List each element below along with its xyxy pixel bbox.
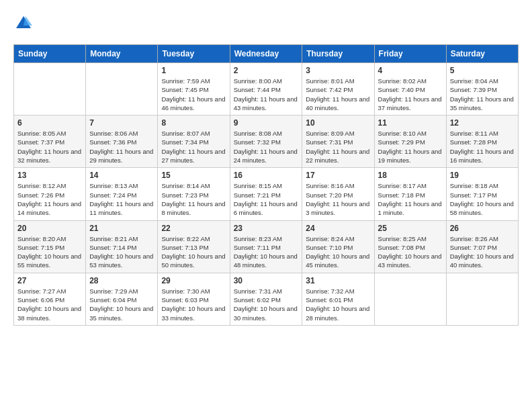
calendar-cell: 30Sunrise: 7:31 AM Sunset: 6:02 PM Dayli… [230,273,302,325]
day-number: 31 [306,276,370,285]
calendar-header-thursday: Thursday [302,45,374,63]
logo [13,13,36,34]
day-number: 30 [234,276,299,285]
calendar-cell: 22Sunrise: 8:22 AM Sunset: 7:13 PM Dayli… [158,220,230,273]
calendar-cell: 8Sunrise: 8:07 AM Sunset: 7:34 PM Daylig… [158,116,230,168]
calendar-cell: 7Sunrise: 8:06 AM Sunset: 7:36 PM Daylig… [86,116,158,168]
calendar-cell: 19Sunrise: 8:18 AM Sunset: 7:17 PM Dayli… [446,168,518,220]
calendar-cell: 10Sunrise: 8:09 AM Sunset: 7:31 PM Dayli… [302,116,374,168]
day-info: Sunrise: 7:32 AM Sunset: 6:01 PM Dayligh… [306,287,370,322]
day-info: Sunrise: 8:17 AM Sunset: 7:18 PM Dayligh… [378,181,443,217]
calendar-table: SundayMondayTuesdayWednesdayThursdayFrid… [13,44,519,326]
day-number: 25 [378,224,443,233]
day-number: 17 [306,171,370,180]
calendar-week-3: 13Sunrise: 8:12 AM Sunset: 7:26 PM Dayli… [14,168,519,220]
day-number: 16 [234,171,299,180]
day-number: 1 [161,66,226,75]
day-info: Sunrise: 8:24 AM Sunset: 7:10 PM Dayligh… [306,234,370,270]
calendar-cell: 13Sunrise: 8:12 AM Sunset: 7:26 PM Dayli… [14,168,86,220]
svg-marker-1 [24,16,32,26]
day-number: 2 [234,66,299,75]
day-info: Sunrise: 7:59 AM Sunset: 7:45 PM Dayligh… [161,77,226,112]
day-number: 10 [306,118,370,128]
day-info: Sunrise: 8:04 AM Sunset: 7:39 PM Dayligh… [450,77,515,112]
day-number: 18 [378,171,443,180]
calendar-cell: 17Sunrise: 8:16 AM Sunset: 7:20 PM Dayli… [302,168,374,220]
calendar-week-5: 27Sunrise: 7:27 AM Sunset: 6:06 PM Dayli… [14,273,519,325]
day-number: 8 [161,118,226,128]
day-number: 13 [17,171,82,180]
calendar-cell: 20Sunrise: 8:20 AM Sunset: 7:15 PM Dayli… [14,220,86,273]
calendar-cell: 25Sunrise: 8:25 AM Sunset: 7:08 PM Dayli… [374,220,446,273]
calendar-cell [14,63,86,116]
day-number: 21 [89,224,154,233]
calendar-cell: 18Sunrise: 8:17 AM Sunset: 7:18 PM Dayli… [374,168,446,220]
day-number: 29 [161,276,226,285]
day-number: 9 [234,118,299,128]
day-number: 20 [17,224,82,233]
day-number: 3 [306,66,370,75]
calendar-cell: 9Sunrise: 8:08 AM Sunset: 7:32 PM Daylig… [230,116,302,168]
calendar-cell: 4Sunrise: 8:02 AM Sunset: 7:40 PM Daylig… [374,63,446,116]
day-info: Sunrise: 8:13 AM Sunset: 7:24 PM Dayligh… [89,181,154,217]
day-info: Sunrise: 8:14 AM Sunset: 7:23 PM Dayligh… [161,181,226,217]
day-info: Sunrise: 8:15 AM Sunset: 7:21 PM Dayligh… [234,181,299,217]
calendar-cell: 1Sunrise: 7:59 AM Sunset: 7:45 PM Daylig… [158,63,230,116]
day-number: 15 [161,171,226,180]
calendar-week-1: 1Sunrise: 7:59 AM Sunset: 7:45 PM Daylig… [14,63,519,116]
day-number: 27 [17,276,82,285]
day-info: Sunrise: 8:12 AM Sunset: 7:26 PM Dayligh… [17,181,82,217]
day-info: Sunrise: 8:23 AM Sunset: 7:11 PM Dayligh… [234,234,299,270]
calendar-cell [446,273,518,325]
day-number: 24 [306,224,370,233]
page-header [13,13,519,34]
day-info: Sunrise: 8:21 AM Sunset: 7:14 PM Dayligh… [89,234,154,270]
day-info: Sunrise: 7:31 AM Sunset: 6:02 PM Dayligh… [234,287,299,322]
day-number: 11 [378,118,443,128]
day-number: 12 [450,118,515,128]
calendar-cell: 28Sunrise: 7:29 AM Sunset: 6:04 PM Dayli… [86,273,158,325]
calendar-cell: 23Sunrise: 8:23 AM Sunset: 7:11 PM Dayli… [230,220,302,273]
calendar-cell: 14Sunrise: 8:13 AM Sunset: 7:24 PM Dayli… [86,168,158,220]
day-number: 6 [17,118,82,128]
day-info: Sunrise: 8:20 AM Sunset: 7:15 PM Dayligh… [17,234,82,270]
calendar-header-row: SundayMondayTuesdayWednesdayThursdayFrid… [14,45,519,63]
calendar-cell: 29Sunrise: 7:30 AM Sunset: 6:03 PM Dayli… [158,273,230,325]
calendar-header-wednesday: Wednesday [230,45,302,63]
logo-icon [13,13,34,34]
calendar-cell: 6Sunrise: 8:05 AM Sunset: 7:37 PM Daylig… [14,116,86,168]
calendar-cell [86,63,158,116]
day-info: Sunrise: 8:22 AM Sunset: 7:13 PM Dayligh… [161,234,226,270]
day-info: Sunrise: 8:26 AM Sunset: 7:07 PM Dayligh… [450,234,515,270]
calendar-header-friday: Friday [374,45,446,63]
calendar-cell: 3Sunrise: 8:01 AM Sunset: 7:42 PM Daylig… [302,63,374,116]
day-info: Sunrise: 7:30 AM Sunset: 6:03 PM Dayligh… [161,287,226,322]
calendar-week-2: 6Sunrise: 8:05 AM Sunset: 7:37 PM Daylig… [14,116,519,168]
day-info: Sunrise: 7:29 AM Sunset: 6:04 PM Dayligh… [89,287,154,322]
calendar-week-4: 20Sunrise: 8:20 AM Sunset: 7:15 PM Dayli… [14,220,519,273]
day-number: 14 [89,171,154,180]
day-info: Sunrise: 8:08 AM Sunset: 7:32 PM Dayligh… [234,129,299,165]
day-info: Sunrise: 8:06 AM Sunset: 7:36 PM Dayligh… [89,129,154,165]
day-info: Sunrise: 8:18 AM Sunset: 7:17 PM Dayligh… [450,181,515,217]
calendar-cell: 26Sunrise: 8:26 AM Sunset: 7:07 PM Dayli… [446,220,518,273]
day-number: 5 [450,66,515,75]
calendar-cell: 27Sunrise: 7:27 AM Sunset: 6:06 PM Dayli… [14,273,86,325]
day-number: 19 [450,171,515,180]
day-info: Sunrise: 8:07 AM Sunset: 7:34 PM Dayligh… [161,129,226,165]
day-info: Sunrise: 8:00 AM Sunset: 7:44 PM Dayligh… [234,77,299,112]
day-info: Sunrise: 8:11 AM Sunset: 7:28 PM Dayligh… [450,129,515,165]
calendar-cell: 2Sunrise: 8:00 AM Sunset: 7:44 PM Daylig… [230,63,302,116]
calendar-header-sunday: Sunday [14,45,86,63]
calendar-cell [374,273,446,325]
calendar-cell: 11Sunrise: 8:10 AM Sunset: 7:29 PM Dayli… [374,116,446,168]
day-number: 23 [234,224,299,233]
calendar-header-saturday: Saturday [446,45,518,63]
calendar-cell: 31Sunrise: 7:32 AM Sunset: 6:01 PM Dayli… [302,273,374,325]
calendar-cell: 5Sunrise: 8:04 AM Sunset: 7:39 PM Daylig… [446,63,518,116]
day-info: Sunrise: 8:05 AM Sunset: 7:37 PM Dayligh… [17,129,82,165]
calendar-cell: 15Sunrise: 8:14 AM Sunset: 7:23 PM Dayli… [158,168,230,220]
day-info: Sunrise: 7:27 AM Sunset: 6:06 PM Dayligh… [17,287,82,322]
calendar-cell: 21Sunrise: 8:21 AM Sunset: 7:14 PM Dayli… [86,220,158,273]
calendar-cell: 16Sunrise: 8:15 AM Sunset: 7:21 PM Dayli… [230,168,302,220]
